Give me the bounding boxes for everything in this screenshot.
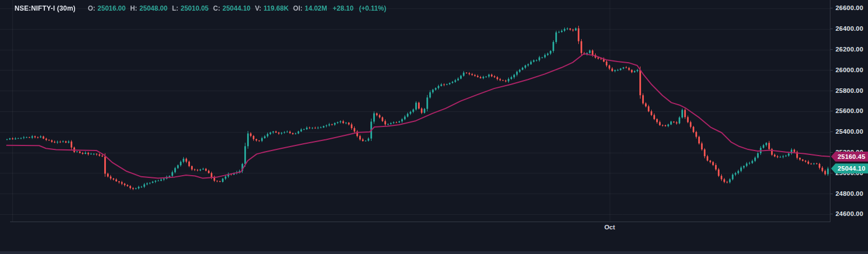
time-axis[interactable]: Oct <box>0 222 868 254</box>
ma-price-tag-value: 25160.45 <box>838 153 866 160</box>
price-chart-canvas[interactable] <box>0 0 830 222</box>
price-tick-label: 25800.00 <box>835 87 864 95</box>
volume-label: V: <box>255 4 261 12</box>
open-label: O: <box>88 4 95 12</box>
trading-chart-window: NSE:NIFTY-I (30m) O: 25016.00 H: 25048.0… <box>0 0 868 254</box>
price-tick-label: 26000.00 <box>835 67 864 74</box>
high-label: H: <box>130 4 137 12</box>
close-value: 25044.10 <box>222 4 250 12</box>
price-tick-label: 25400.00 <box>835 128 864 135</box>
close-label: C: <box>213 4 220 12</box>
open-interest-value: 14.02M <box>305 4 327 12</box>
last-price-tag: 25044.10 <box>831 163 868 173</box>
open-value: 25016.00 <box>98 4 126 12</box>
change-value: +28.10 <box>333 4 354 12</box>
change-percent: (+0.11%) <box>359 4 386 12</box>
price-tick-label: 25600.00 <box>835 107 864 115</box>
time-tick-oct: Oct <box>604 224 615 231</box>
low-value: 25010.05 <box>180 4 208 12</box>
time-axis-separator <box>10 222 830 222</box>
ma-price-tag: 25160.45 <box>831 152 868 162</box>
chart-legend: NSE:NIFTY-I (30m) O: 25016.00 H: 25048.0… <box>15 3 386 13</box>
price-tick-label: 26200.00 <box>835 46 864 53</box>
volume-value: 119.68K <box>263 4 289 12</box>
high-value: 25048.00 <box>140 4 168 12</box>
last-price-tag-value: 25044.10 <box>838 165 866 172</box>
open-interest-label: OI: <box>293 4 303 12</box>
price-axis[interactable]: 26600.0026400.0026200.0026000.0025800.00… <box>830 0 868 222</box>
price-tick-label: 24800.00 <box>835 190 864 197</box>
price-tick-label: 26400.00 <box>835 25 864 32</box>
price-tick-label: 26600.00 <box>835 4 864 12</box>
symbol-title[interactable]: NSE:NIFTY-I (30m) <box>15 4 76 12</box>
low-label: L: <box>172 4 178 12</box>
price-tick-label: 24600.00 <box>835 210 864 218</box>
